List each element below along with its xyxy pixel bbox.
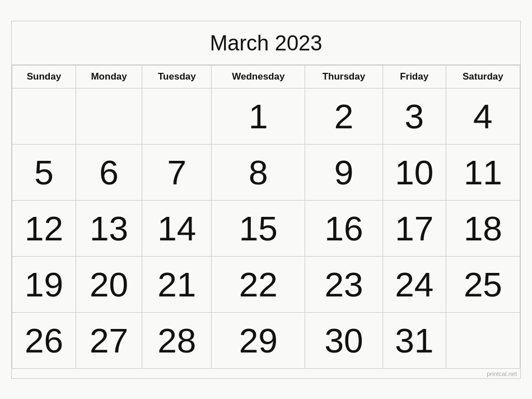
empty-cell bbox=[446, 312, 520, 368]
day-cell-18: 18 bbox=[446, 200, 520, 256]
empty-cell bbox=[142, 88, 212, 144]
day-cell-9: 9 bbox=[305, 144, 382, 200]
week-row-0: 1234 bbox=[12, 88, 520, 144]
day-cell-19: 19 bbox=[12, 256, 76, 312]
day-cell-16: 16 bbox=[305, 200, 382, 256]
day-cell-8: 8 bbox=[212, 144, 305, 200]
day-cell-12: 12 bbox=[12, 200, 76, 256]
days-of-week-row: SundayMondayTuesdayWednesdayThursdayFrid… bbox=[12, 65, 520, 88]
day-cell-6: 6 bbox=[76, 144, 142, 200]
day-cell-20: 20 bbox=[76, 256, 142, 312]
day-cell-28: 28 bbox=[142, 312, 212, 368]
day-cell-27: 27 bbox=[76, 312, 142, 368]
day-cell-14: 14 bbox=[142, 200, 212, 256]
day-cell-2: 2 bbox=[305, 88, 382, 144]
day-header-wednesday: Wednesday bbox=[212, 65, 305, 88]
day-cell-31: 31 bbox=[382, 312, 446, 368]
day-cell-21: 21 bbox=[142, 256, 212, 312]
day-cell-1: 1 bbox=[212, 88, 305, 144]
day-cell-17: 17 bbox=[382, 200, 446, 256]
day-cell-10: 10 bbox=[382, 144, 446, 200]
week-row-3: 19202122232425 bbox=[12, 256, 520, 312]
day-cell-29: 29 bbox=[212, 312, 305, 368]
day-cell-24: 24 bbox=[382, 256, 446, 312]
day-header-thursday: Thursday bbox=[305, 65, 382, 88]
calendar-title: March 2023 bbox=[12, 21, 520, 65]
calendar-grid: SundayMondayTuesdayWednesdayThursdayFrid… bbox=[12, 65, 520, 369]
day-header-saturday: Saturday bbox=[446, 65, 520, 88]
day-cell-11: 11 bbox=[446, 144, 520, 200]
empty-cell bbox=[12, 88, 76, 144]
day-header-friday: Friday bbox=[382, 65, 446, 88]
watermark: printcal.net bbox=[12, 369, 520, 378]
day-cell-7: 7 bbox=[142, 144, 212, 200]
day-cell-4: 4 bbox=[446, 88, 520, 144]
day-cell-30: 30 bbox=[305, 312, 382, 368]
day-cell-15: 15 bbox=[212, 200, 305, 256]
day-cell-26: 26 bbox=[12, 312, 76, 368]
day-cell-5: 5 bbox=[12, 144, 76, 200]
day-cell-13: 13 bbox=[76, 200, 142, 256]
day-cell-22: 22 bbox=[212, 256, 305, 312]
day-cell-3: 3 bbox=[382, 88, 446, 144]
week-row-1: 567891011 bbox=[12, 144, 520, 200]
day-header-tuesday: Tuesday bbox=[142, 65, 212, 88]
calendar-container: March 2023 SundayMondayTuesdayWednesdayT… bbox=[11, 21, 521, 379]
day-header-sunday: Sunday bbox=[12, 65, 76, 88]
day-header-monday: Monday bbox=[76, 65, 142, 88]
empty-cell bbox=[76, 88, 142, 144]
day-cell-23: 23 bbox=[305, 256, 382, 312]
day-cell-25: 25 bbox=[446, 256, 520, 312]
week-row-4: 262728293031 bbox=[12, 312, 520, 368]
week-row-2: 12131415161718 bbox=[12, 200, 520, 256]
